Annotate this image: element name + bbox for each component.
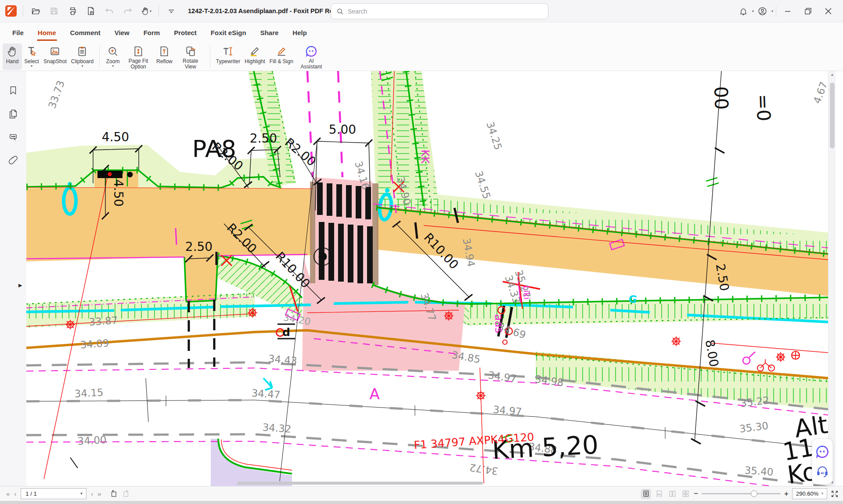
- status-bar: « ‹ 1 / 1 ▼ › » − + 290.60%: [0, 486, 843, 504]
- elev-34-09: 34.09: [80, 337, 110, 351]
- rotate-view-button[interactable]: Rotate View: [175, 43, 206, 70]
- fill-sign-button[interactable]: Fill & Sign: [267, 43, 295, 70]
- panel-expand-arrow-icon[interactable]: ▶: [18, 282, 22, 288]
- zoom-level-input[interactable]: 290.60% ▼: [792, 488, 827, 499]
- search-input[interactable]: [331, 3, 548, 19]
- rotate-right-button[interactable]: [122, 490, 130, 498]
- ai-assistant-button[interactable]: AI Assistant: [295, 43, 327, 70]
- fill-sign-icon: [276, 45, 287, 58]
- rotate-view-icon: [185, 45, 196, 57]
- elev-34-97b: 34.97: [493, 404, 522, 418]
- single-page-view-button[interactable]: [641, 489, 651, 499]
- elev-34-47: 34.47: [251, 387, 281, 401]
- label-a: A: [369, 385, 379, 403]
- zoom-in-button[interactable]: +: [784, 490, 789, 498]
- tab-help[interactable]: Help: [286, 22, 313, 43]
- select-tool-button[interactable]: Select ▼: [22, 43, 41, 70]
- account-icon[interactable]: [757, 5, 769, 18]
- dim-450-h: 4.50: [102, 130, 129, 144]
- facing-view-button[interactable]: [667, 489, 677, 499]
- collapse-toolbar-icon[interactable]: [165, 5, 177, 17]
- vertical-scroll-thumb[interactable]: [830, 82, 835, 148]
- hand-tool-quick-icon[interactable]: ▾: [140, 5, 152, 17]
- chevron-down-icon: ▼: [112, 65, 115, 68]
- save-icon[interactable]: [48, 5, 60, 17]
- foxit-logo-icon: [5, 5, 17, 17]
- window-bottom-strip: [0, 501, 843, 504]
- zoom-button[interactable]: Zoom ▼: [103, 43, 122, 70]
- left-panel-bar: ▶: [0, 71, 26, 486]
- highlight-button[interactable]: Highlight: [242, 43, 267, 70]
- close-button[interactable]: [819, 3, 837, 20]
- chevron-down-icon: ▼: [821, 492, 824, 496]
- continuous-view-button[interactable]: [654, 489, 664, 499]
- fullscreen-button[interactable]: [831, 490, 839, 498]
- zoom-slider[interactable]: [702, 493, 781, 494]
- elev-34-97a: 34.97: [487, 369, 518, 385]
- tab-form[interactable]: Form: [137, 22, 166, 43]
- first-page-button[interactable]: «: [6, 490, 10, 497]
- clipboard-button[interactable]: Clipboard ▼: [69, 43, 96, 70]
- notifications-bell-icon[interactable]: [737, 5, 749, 18]
- horizontal-scroll-thumb[interactable]: [237, 482, 483, 485]
- divider: [776, 6, 776, 17]
- chevron-down-icon: ▼: [30, 65, 33, 68]
- attachments-panel-icon[interactable]: [8, 155, 18, 166]
- undo-icon[interactable]: [103, 5, 115, 17]
- ai-chat-bubble-icon[interactable]: [815, 445, 829, 459]
- ai-headset-icon[interactable]: AI: [816, 465, 829, 478]
- pages-panel-icon[interactable]: [8, 109, 18, 119]
- label-g-gasline: G: [628, 293, 638, 305]
- tab-comment[interactable]: Comment: [64, 22, 107, 43]
- zoom-out-button[interactable]: −: [694, 490, 698, 498]
- rotate-left-button[interactable]: [109, 490, 118, 498]
- snapshot-icon: [49, 45, 61, 58]
- bookmarks-panel-icon[interactable]: [8, 85, 18, 96]
- label-d: d: [282, 326, 290, 339]
- elev-34-00: 34.00: [77, 434, 107, 447]
- dim-500: 5.00: [329, 122, 356, 137]
- tab-protect[interactable]: Protect: [168, 22, 203, 43]
- elev-4-67: 4.67: [811, 80, 828, 105]
- minimize-button[interactable]: [779, 3, 796, 20]
- facing-continuous-view-button[interactable]: [681, 489, 690, 499]
- redo-icon[interactable]: [122, 5, 134, 17]
- elev-34-25: 34.25: [484, 120, 504, 151]
- divider: [210, 46, 210, 67]
- comments-panel-icon[interactable]: [8, 132, 18, 142]
- open-file-icon[interactable]: [29, 5, 42, 17]
- page-fit-icon: [133, 45, 144, 57]
- tab-file[interactable]: File: [6, 22, 30, 43]
- tab-share[interactable]: Share: [254, 22, 285, 43]
- restore-button[interactable]: [799, 3, 817, 20]
- tab-foxit-esign[interactable]: Foxit eSign: [205, 22, 252, 43]
- elev-34-15: 34.15: [74, 386, 104, 399]
- reflow-button[interactable]: Reflow: [154, 43, 175, 70]
- last-page-button[interactable]: »: [97, 490, 101, 497]
- tab-home[interactable]: Home: [32, 22, 62, 43]
- hand-tool-button[interactable]: Hand: [3, 43, 22, 70]
- tab-view[interactable]: View: [108, 22, 136, 43]
- print-icon[interactable]: [66, 5, 79, 17]
- zoom-slider-knob[interactable]: [751, 490, 757, 497]
- select-cursor-icon: [26, 45, 37, 58]
- elev-33-87: 33.87: [89, 315, 119, 328]
- highlight-icon: [249, 45, 260, 58]
- vertical-scrollbar[interactable]: ▲ ▼: [828, 71, 836, 486]
- page-fit-option-button[interactable]: Page Fit Option: [122, 43, 154, 70]
- divider: [23, 5, 23, 17]
- scroll-up-arrow-icon[interactable]: ▲: [829, 72, 836, 77]
- elev-34-55: 34.55: [473, 169, 493, 200]
- page-number-input[interactable]: 1 / 1 ▼: [21, 488, 86, 499]
- previous-page-button[interactable]: ‹: [14, 490, 16, 497]
- horizontal-scrollbar[interactable]: [26, 480, 828, 486]
- hand-icon: [7, 45, 18, 58]
- snapshot-button[interactable]: SnapShot: [41, 43, 69, 70]
- document-view[interactable]: PA8 4.50 4.50 2.50 5.00 R2.00 R2.00 R2.0…: [26, 71, 836, 486]
- typewriter-button[interactable]: Typewriter: [214, 43, 242, 70]
- elev-34-43: 34.43: [268, 353, 298, 367]
- chevron-down-icon: ▼: [79, 492, 83, 496]
- export-page-icon[interactable]: [85, 5, 97, 17]
- chevron-down-icon: ▼: [81, 65, 84, 68]
- next-page-button[interactable]: ›: [91, 490, 93, 497]
